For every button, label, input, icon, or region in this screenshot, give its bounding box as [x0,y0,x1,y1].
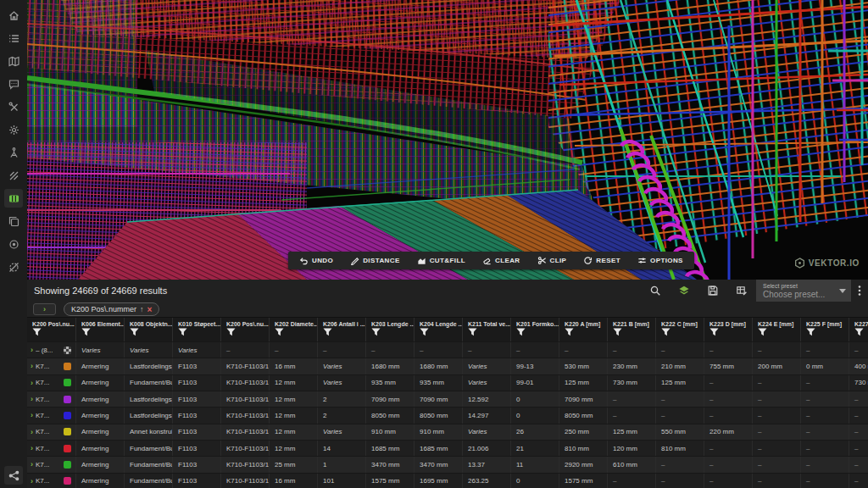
filter-presets-icon[interactable] [670,280,698,302]
table-cell: – [608,408,656,423]
color-swatch [64,412,71,419]
search-icon[interactable] [641,280,670,302]
table-row[interactable]: ›– (8...VariesVariesVaries–––––––––––––– [27,341,868,358]
column-header[interactable]: K204 Lengde ... [415,318,463,341]
preset-dropdown[interactable]: Select preset Choose preset... [756,280,851,302]
column-header[interactable]: K222 C [mm] [656,318,704,341]
filter-funnel-icon[interactable] [854,328,864,336]
column-header[interactable]: K211 Total ve... [463,318,511,341]
project-home-icon[interactable] [4,6,23,25]
table-cell: 101 [318,474,366,488]
reset-button[interactable]: RESET [575,252,629,269]
filter-funnel-icon[interactable] [81,328,91,336]
column-header[interactable]: K200 Pos\.nu... [27,318,76,341]
filter-funnel-icon[interactable] [661,328,670,336]
column-header[interactable]: K220 A [mm] [559,318,608,341]
hatch-layers-icon[interactable] [4,166,23,185]
expand-chevron-icon[interactable]: › [31,362,33,370]
expand-chevron-icon[interactable]: › [31,346,33,354]
filter-funnel-icon[interactable] [613,328,622,336]
expand-chevron-icon[interactable]: › [31,460,33,469]
filter-funnel-icon[interactable] [806,328,815,336]
table-row[interactable]: ›K7...ArmeringFundament/BuF1103K710-F110… [27,374,868,391]
table-cell: – [656,408,704,423]
column-header[interactable]: K008 Objektn... [125,318,173,341]
column-header[interactable]: K223 D [mm] [704,318,753,341]
column-header[interactable]: K010 Støpeet... [173,318,221,341]
clear-button[interactable]: CLEAR [474,252,529,269]
filter-funnel-icon[interactable] [130,328,139,336]
expand-chevron-icon[interactable]: › [31,477,33,485]
table-cell: – [801,441,849,456]
copy-views-icon[interactable] [4,212,23,230]
table-cell: Varies [173,342,221,358]
table-row[interactable]: ›K7...ArmeringLastfordelingspF1103K710-F… [27,407,868,423]
filter-funnel-icon[interactable] [468,328,477,336]
filter-funnel-icon[interactable] [371,328,381,336]
kebab-menu-icon[interactable] [851,280,868,302]
rebar-model-render[interactable] [27,0,868,280]
column-header[interactable]: K221 B [mm] [608,318,656,341]
clip-button[interactable]: CLIP [529,252,576,269]
options-button[interactable]: OPTIONS [629,252,692,269]
table-cell: – [559,342,608,358]
filter-funnel-icon[interactable] [516,328,526,336]
table-edit-icon[interactable] [727,280,756,302]
map-icon[interactable] [4,52,23,70]
filter-funnel-icon[interactable] [275,328,284,336]
column-header[interactable]: K200 Pos\.nu... [221,318,270,341]
table-cell: 1680 mm [415,358,463,374]
viewport-3d[interactable]: UNDO DISTANCE CUT&FILL CLEAR CLIP RESET … [27,0,868,280]
model-list-icon[interactable] [4,29,23,47]
filter-funnel-icon[interactable] [323,328,332,336]
expand-chevron-icon[interactable]: › [31,379,33,387]
section-cut-icon[interactable] [4,258,23,276]
comments-icon[interactable] [4,75,23,93]
filter-funnel-icon[interactable] [178,328,187,336]
focus-target-icon[interactable] [4,235,23,253]
expand-chevron-icon[interactable]: › [31,395,33,403]
survey-tripod-icon[interactable] [4,143,23,162]
settings-gear-icon[interactable] [4,120,23,139]
filter-funnel-icon[interactable] [226,328,236,336]
filter-funnel-icon[interactable] [758,328,767,336]
vendor-logo-icon [794,258,805,269]
table-row[interactable]: ›K7...ArmeringFundament/BuF1103K710-F110… [27,473,868,488]
cutfill-button[interactable]: CUT&FILL [409,252,474,269]
column-header[interactable]: K202 Diamete... [270,318,318,341]
column-header[interactable]: K206 Antall i ... [318,318,366,341]
save-icon[interactable] [698,280,727,302]
table-row[interactable]: ›K7...ArmeringLastfordelingspF1103K710-F… [27,391,868,407]
column-header[interactable]: K201 Formko... [511,318,559,341]
column-header[interactable]: K006 Element... [76,318,125,341]
table-row[interactable]: ›K7...ArmeringFundament/BuF1103K710-F110… [27,440,868,456]
table-row[interactable]: ›K7...ArmeringFundament/BuF1103K710-F110… [27,456,868,472]
table-cell: – [656,474,704,488]
data-table-icon[interactable] [4,189,23,208]
expand-chevron-icon[interactable]: › [31,444,33,452]
filter-funnel-icon[interactable] [709,328,719,336]
chip-remove-icon[interactable]: × [147,305,153,314]
table-row[interactable]: ›K7...ArmeringAnnet konstrukF1103K710-F1… [27,424,868,440]
column-header[interactable]: K227 ... [849,318,868,341]
table-cell: 99-01 [511,375,559,391]
column-header[interactable]: K225 F [mm] [801,318,849,341]
share-icon[interactable] [4,466,23,485]
table-cell: 0 mm [801,358,849,374]
sort-filter-chip[interactable]: K200 Pos\.nummer ↑ × [64,302,159,316]
column-header[interactable]: K224 E [mm] [753,318,801,341]
undo-button[interactable]: UNDO [291,252,342,269]
expand-chevron-icon[interactable]: › [31,428,33,436]
filter-funnel-icon[interactable] [32,328,42,336]
undo-label: UNDO [312,257,333,264]
filter-funnel-icon[interactable] [420,328,429,336]
expand-groups-button[interactable]: › [33,303,56,315]
filter-funnel-icon[interactable] [565,328,574,336]
measure-tools-icon[interactable] [4,97,23,116]
table-row[interactable]: ›K7...ArmeringLastfordelingspF1103K710-F… [27,358,868,374]
expand-chevron-icon[interactable]: › [31,411,33,419]
column-header[interactable]: K203 Lengde ... [366,318,415,341]
pos-number-label: K7... [36,428,49,435]
distance-button[interactable]: DISTANCE [342,252,409,269]
table-cell: 3470 mm [366,457,415,472]
